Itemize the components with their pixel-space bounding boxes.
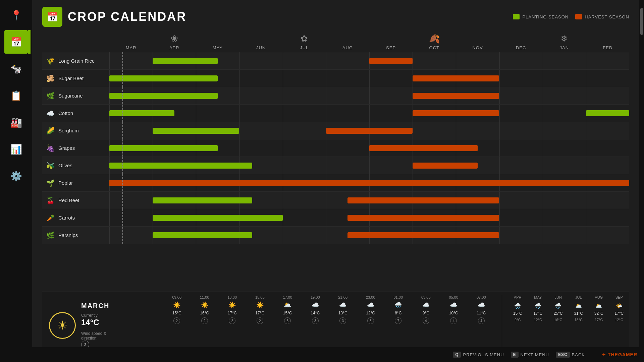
scroll-thumb[interactable] [640, 8, 643, 35]
month-line [543, 139, 543, 157]
main-content: 📅 CROP CALENDAR PLANTING SEASON HARVEST … [32, 0, 639, 362]
month-line [283, 209, 283, 226]
orange-bar [413, 75, 499, 81]
crop-name: Olives [58, 163, 72, 168]
current-temp: 14°C [81, 318, 109, 327]
hour-icon: 🌥️ [274, 301, 302, 309]
sidebar-item-calendar[interactable]: 📅 [4, 30, 28, 54]
month-col-sep: SEP [369, 44, 413, 50]
month-line [413, 52, 413, 69]
prev-key: Q [453, 352, 461, 358]
month-col-jul: ✿ JUL [283, 34, 326, 50]
crop-row: 🌾 Long Grain Rice [42, 52, 629, 70]
month-line [499, 209, 500, 226]
month-name: MAY [196, 45, 239, 50]
month-line [239, 87, 240, 104]
orange-bar [347, 232, 499, 238]
month-icon: ✿ [283, 34, 326, 44]
forecast-icon: 🌧️ [507, 303, 528, 309]
hour-wind-col: 4 [412, 317, 440, 324]
back-button[interactable]: ESC BACK [556, 352, 585, 358]
hour-wind-col: 3 [302, 317, 329, 324]
month-line [543, 122, 543, 139]
forecast-month: SEP [609, 295, 630, 299]
crop-label: 🌿 Sugarcane [42, 92, 109, 100]
month-line [586, 209, 586, 226]
forecast-icon: 🌥️ [589, 303, 609, 309]
sidebar-item-animals[interactable]: 🐄 [4, 57, 28, 80]
forecast-temp-lo: 16°C [548, 318, 569, 322]
month-line [283, 192, 283, 209]
month-name: OCT [413, 45, 456, 50]
next-key: E [511, 352, 519, 358]
month-line [543, 227, 543, 244]
month-line [586, 70, 586, 87]
month-name: JAN [543, 45, 586, 50]
forecast-icon: 🌥️ [569, 303, 589, 309]
sidebar: 📍📅🐄📋🏭📊⚙️ [0, 0, 32, 362]
crop-label: 🫒 Olives [42, 162, 109, 170]
hour-wind-badge: 3 [312, 317, 319, 324]
sidebar-item-tasks[interactable]: 📋 [4, 84, 28, 107]
month-line [326, 192, 326, 209]
logo: ✦ THEGAMER [602, 352, 637, 357]
month-name: FEB [586, 45, 629, 50]
month-line [109, 209, 110, 226]
sidebar-item-stats[interactable]: 📊 [4, 137, 28, 161]
month-col-mar: MAR [109, 44, 153, 50]
next-menu-button[interactable]: E NEXT MENU [511, 352, 549, 358]
month-line [109, 192, 110, 209]
crop-bars [109, 192, 629, 209]
crop-label: 🍒 Red Beet [42, 196, 109, 204]
hour-time: 13:00 [218, 295, 246, 299]
month-line [499, 52, 500, 69]
forecast-month: MAY [528, 295, 548, 299]
crop-name: Cotton [58, 110, 73, 116]
month-col-oct: 🍂 OCT [413, 34, 456, 50]
month-name: NOV [456, 45, 499, 50]
green-bar [109, 145, 218, 151]
forecast-icon: 🌧️ [548, 303, 569, 309]
forecast-temp-hi: 31°C [569, 311, 589, 316]
hour-temp: 15°C [274, 311, 302, 315]
green-bar [153, 232, 252, 238]
weather-current: ☀ MARCH Currently: 14°C Wind speed &dire… [42, 295, 156, 355]
scrollbar[interactable] [639, 0, 644, 362]
crop-label: 🌽 Sorghum [42, 127, 109, 135]
forecast-month: JUN [548, 295, 569, 299]
month-line [499, 139, 500, 157]
calendar-container: MAR ❀ APR MAY JUN ✿ JUL AUG SEP 🍂 OCT NO… [42, 34, 629, 290]
hour-icon: ☁️ [468, 301, 495, 309]
crop-row: 🍒 Red Beet [42, 192, 629, 209]
month-col-feb: FEB [586, 44, 629, 50]
hour-temp: 9°C [412, 311, 440, 315]
month-line [499, 122, 500, 139]
previous-menu-button[interactable]: Q PREVIOUS MENU [453, 352, 504, 358]
crop-name: Red Beet [58, 197, 79, 203]
sidebar-item-production[interactable]: 🏭 [4, 111, 28, 134]
month-line [326, 52, 326, 69]
month-icon: ❀ [153, 34, 196, 44]
crop-bars [109, 87, 629, 104]
hour-wind-badge: 7 [395, 317, 401, 324]
month-col-nov: NOV [456, 44, 499, 50]
hour-wind-col: 3 [357, 317, 385, 324]
sidebar-item-map[interactable]: 📍 [4, 3, 28, 27]
crop-row: 🌿 Sugarcane [42, 87, 629, 105]
forecast-month: AUG [589, 295, 609, 299]
orange-bar [109, 180, 629, 186]
month-line [413, 122, 413, 139]
month-line [543, 70, 543, 87]
currently-label: Currently: [81, 313, 109, 318]
hour-temp: 13°C [329, 311, 357, 315]
crop-row: 🫒 Olives [42, 157, 629, 174]
sidebar-item-settings[interactable]: ⚙️ [4, 164, 28, 188]
crop-row: 🌽 Sorghum [42, 122, 629, 139]
crop-row: 🥕 Carrots [42, 209, 629, 227]
hour-wind-badge: 4 [450, 317, 457, 324]
hour-wind-col: 4 [440, 317, 468, 324]
legend-planting: PLANTING SEASON [513, 14, 569, 19]
forecast-temp-lo: 17°C [589, 318, 609, 322]
hour-wind-col: 3 [329, 317, 357, 324]
month-col-jun: JUN [239, 44, 283, 50]
